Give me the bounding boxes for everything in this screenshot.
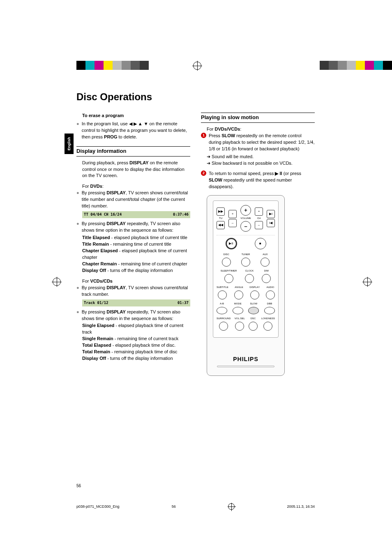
vcds-bullet-1: By pressing DISPLAY, TV screen shows cur… <box>82 285 190 298</box>
registration-mark-right <box>363 278 371 286</box>
volume-label: VOLUME <box>240 216 251 220</box>
slow-motion-heading: Playing in slow motion <box>201 113 315 123</box>
vcds-bullet-2: By pressing DISPLAY repeatedly, TV scree… <box>82 309 190 322</box>
volsel-label: VOL.SEL <box>235 317 245 321</box>
display-off-2: Display Off - turns off the display info… <box>82 355 190 362</box>
bullet-icon: ● <box>76 309 79 322</box>
right-column: Playing in slow motion For DVDs/VCDs: 1 … <box>201 113 315 376</box>
registration-mark-left <box>53 278 61 286</box>
surround-button <box>219 322 228 331</box>
footer: p038-p071_MCD300_Eng 56 2005.11.3, 16:34 <box>76 503 315 510</box>
next-button: ▶I <box>267 210 275 218</box>
total-elapsed: Total Elapsed - elapsed playback time of… <box>82 342 190 349</box>
mode-label: MODE <box>234 302 242 306</box>
tu-label: TU <box>219 216 222 220</box>
slow-arrow-2: ➜ Slow backward is not possible on VCDs. <box>207 160 315 167</box>
dvd-bar-right: 0:37:46 <box>173 212 189 217</box>
prev-button: I◀ <box>267 219 275 227</box>
dbb-button <box>264 307 275 314</box>
language-tab: English <box>65 134 74 154</box>
loudness-label: LONDNESS <box>261 317 275 321</box>
color-bars-right <box>320 61 392 70</box>
mode-button <box>233 307 243 314</box>
dvds-bullet-2: By pressing DISPLAY repeatedly, TV scree… <box>82 221 190 234</box>
remote-base <box>217 366 274 367</box>
dbb-label: DBB <box>267 302 272 306</box>
play-pause-button: ▶II <box>226 238 237 249</box>
display-off-1: Display Off - turns off the display info… <box>82 267 190 274</box>
remote-control-illustration: ▶▶ TU ◀◀ + – + VOLUME – <box>207 195 285 376</box>
bullet-icon: ● <box>76 221 79 234</box>
dsc-label: DSC <box>251 317 256 321</box>
aux-label: AUX <box>263 253 267 257</box>
step-1-icon: 1 <box>201 133 206 138</box>
ffwd-button: ▶▶ <box>217 207 225 216</box>
surround-label: SURROUND <box>217 317 231 321</box>
angle-label: ANGLE <box>235 286 243 290</box>
sleep-button <box>224 274 233 283</box>
slow-arrow-1: ➜ Sound will be muted. <box>207 154 315 160</box>
title-remain: Title Remain - remaining time of current… <box>82 241 190 248</box>
chapter-remain: Chapter Remain - remaining time of curre… <box>82 261 190 267</box>
subtitle-label: SUBTITLE <box>217 286 228 290</box>
title-elapsed: Title Elapsed - elapsed playback time of… <box>82 235 190 241</box>
erase-title: To erase a program <box>82 113 190 119</box>
volsel-button <box>235 322 244 331</box>
single-elapsed: Single Elapsed - elapsed playback time o… <box>82 322 190 336</box>
tuner-button <box>241 258 250 267</box>
dvd-bar-left: TT 04/04 CH 16/24 <box>84 212 122 217</box>
page-number: 56 <box>76 484 81 488</box>
vcd-bar-right: 01:37 <box>178 300 189 306</box>
angle-button <box>234 290 243 299</box>
footer-datetime: 2005.11.3, 16:34 <box>287 504 315 509</box>
ch-up-button: + <box>255 207 263 216</box>
disc-label: DISC <box>223 253 229 257</box>
chapter-elapsed: Chapter Elapsed - elapsed playback time … <box>82 248 190 261</box>
vcd-bar-left: Track 01/12 <box>84 300 108 306</box>
dsc-button <box>249 322 258 331</box>
ch-label: CH <box>257 216 261 220</box>
audio-label: AUDIO <box>266 286 274 290</box>
dim-label: DIM <box>264 269 269 273</box>
erase-body: In the program list, use ◀ ▶ ▲ ▼ on the … <box>82 121 190 140</box>
sleep-label: SLEEP/TIMER <box>221 269 237 273</box>
rew-button: ◀◀ <box>217 221 225 229</box>
audio-button <box>266 290 275 299</box>
dvd-display-bar: TT 04/04 CH 16/24 0:37:46 <box>82 211 190 218</box>
ab-label: A-B <box>220 302 224 306</box>
dvds-bullet-1: By pressing DISPLAY, TV screen shows cur… <box>82 190 190 210</box>
loudness-button <box>263 322 272 331</box>
plus-button: + <box>228 210 237 218</box>
footer-file: p038-p071_MCD300_Eng <box>76 504 120 509</box>
dim-button <box>262 274 271 283</box>
display-intro: During playback, press DISPLAY on the re… <box>82 160 190 180</box>
vol-up-button: + <box>240 205 251 216</box>
tuner-label: TUNER <box>242 253 250 257</box>
minus-button: – <box>228 219 237 227</box>
step-2-text: To return to normal speed, press ▶ II (o… <box>209 170 315 190</box>
philips-logo: PHILIPS <box>233 355 258 363</box>
registration-mark-footer <box>228 503 235 510</box>
display-info-heading: Display information <box>76 146 190 157</box>
bullet-icon: ● <box>76 121 79 140</box>
slow-label: SLOW <box>250 302 257 306</box>
bullet-icon: ● <box>76 190 79 210</box>
aux-button <box>261 258 270 267</box>
disc-button <box>222 258 231 267</box>
slow-button <box>248 307 259 314</box>
display-button <box>250 290 259 299</box>
stop-button: ■ <box>255 238 266 249</box>
footer-page: 56 <box>172 504 176 509</box>
for-dvds-label: For DVDs: <box>82 183 190 190</box>
step-1-text: Press SLOW repeatedly on the remote cont… <box>209 133 315 152</box>
vcd-display-bar: Track 01/12 01:37 <box>82 299 190 306</box>
single-remain: Single Remain - remaining time of curren… <box>82 336 190 342</box>
for-dvds-vcds-label: For DVDs/VCDs: <box>207 126 315 133</box>
ab-button <box>217 307 227 314</box>
registration-mark <box>193 62 201 70</box>
ch-down-button: – <box>255 221 263 229</box>
clock-label: CLOCK <box>245 269 254 273</box>
bullet-icon: ● <box>76 285 79 298</box>
display-label: DISPLAY <box>249 286 260 290</box>
total-remain: Total Remain - remaining playback time o… <box>82 349 190 355</box>
